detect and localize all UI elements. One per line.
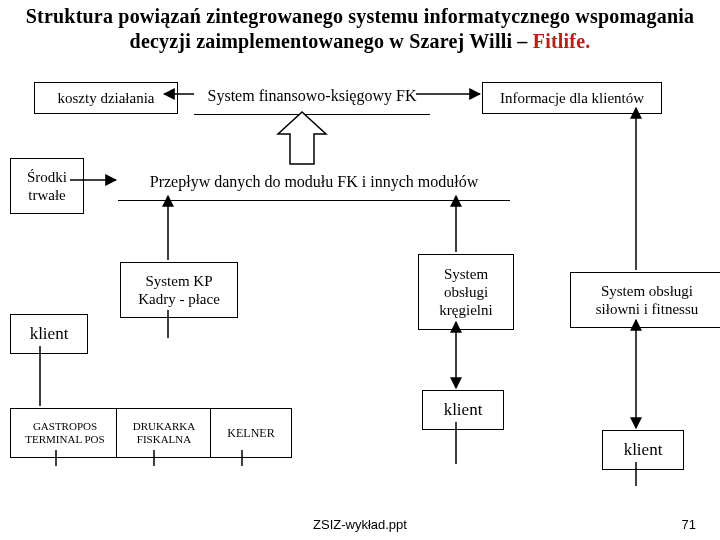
title-plain: Struktura powiązań zintegrowanego system… xyxy=(26,5,694,52)
node-srodki: Środki trwałe xyxy=(10,158,84,214)
slide: Struktura powiązań zintegrowanego system… xyxy=(0,0,720,540)
node-kp: System KP Kadry - płace xyxy=(120,262,238,318)
node-kregielnia: System obsługi kręgielni xyxy=(418,254,514,330)
title-emphasis: Fitlife. xyxy=(533,30,591,52)
node-drukarka: DRUKARKA FISKALNA xyxy=(116,408,212,458)
node-info: Informacje dla klientów xyxy=(482,82,662,114)
node-pos: GASTROPOS TERMINAL POS xyxy=(10,408,120,458)
node-klient-left: klient xyxy=(10,314,88,354)
node-silownia: System obsługi siłowni i fitnessu xyxy=(570,272,720,328)
slide-title: Struktura powiązań zintegrowanego system… xyxy=(0,4,720,54)
node-koszty: koszty działania xyxy=(34,82,178,114)
footer-filename: ZSIZ-wykład.ppt xyxy=(0,517,720,532)
node-kelner: KELNER xyxy=(210,408,292,458)
node-przeplyw: Przepływ danych do modułu FK i innych mo… xyxy=(118,164,510,201)
node-klient-mid: klient xyxy=(422,390,504,430)
node-fk: System finansowo-księgowy FK xyxy=(194,78,430,115)
footer-page-number: 71 xyxy=(682,517,696,532)
node-klient-right: klient xyxy=(602,430,684,470)
